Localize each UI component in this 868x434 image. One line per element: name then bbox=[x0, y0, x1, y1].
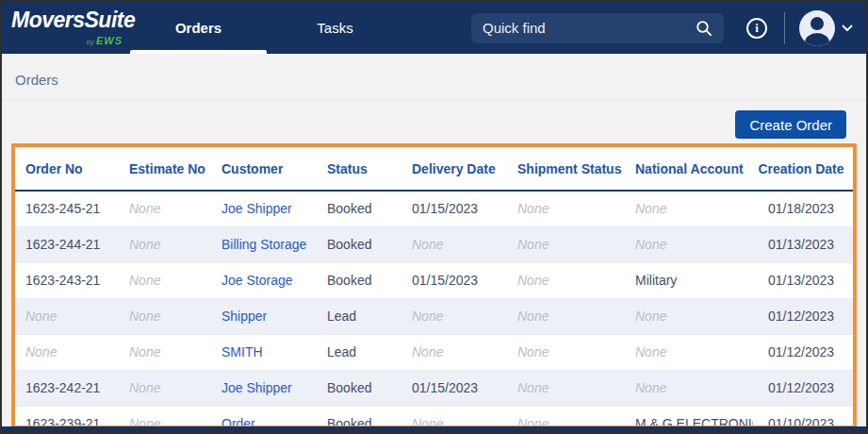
cell-empty: None bbox=[625, 370, 753, 406]
cell-empty: None bbox=[401, 226, 507, 262]
cell-empty: None bbox=[15, 298, 119, 334]
user-avatar-icon[interactable] bbox=[799, 10, 835, 46]
cell-empty: None bbox=[507, 262, 625, 298]
customer-link[interactable]: Shipper bbox=[211, 298, 317, 334]
orders-table-body: 1623-245-21NoneJoe ShipperBooked01/15/20… bbox=[15, 191, 853, 429]
cell-order-no: 1623-244-21 bbox=[15, 226, 119, 262]
cell-empty: None bbox=[625, 298, 753, 334]
app-window: MoversSuite byEWS Orders Tasks i bbox=[0, 0, 868, 434]
cell-creation-date: 01/13/2023 bbox=[753, 226, 853, 262]
cell-empty: None bbox=[119, 334, 211, 370]
cell-empty: None bbox=[507, 370, 625, 406]
cell-order-no: 1623-242-21 bbox=[15, 370, 119, 406]
bottom-scroll-strip[interactable] bbox=[2, 426, 866, 432]
nav-tabs: Orders Tasks bbox=[130, 2, 403, 54]
column-header-customer[interactable]: Customer bbox=[211, 147, 317, 191]
info-icon[interactable]: i bbox=[746, 18, 767, 39]
cell-empty: None bbox=[625, 191, 753, 226]
cell-creation-date: 01/12/2023 bbox=[753, 334, 853, 370]
tab-tasks[interactable]: Tasks bbox=[267, 2, 403, 54]
app-logo[interactable]: MoversSuite byEWS bbox=[11, 8, 124, 47]
cell-empty: None bbox=[507, 334, 625, 370]
column-header-national-account[interactable]: National Account bbox=[625, 147, 753, 191]
customer-link[interactable]: Joe Storage bbox=[211, 262, 317, 298]
cell-empty: None bbox=[119, 262, 211, 298]
search-icon[interactable] bbox=[696, 20, 712, 37]
customer-link[interactable]: Joe Shipper bbox=[211, 370, 317, 406]
logo-ews-text: EWS bbox=[96, 35, 123, 46]
column-header-shipment-status[interactable]: Shipment Status bbox=[507, 147, 625, 191]
table-row: 1623-243-21NoneJoe StorageBooked01/15/20… bbox=[15, 262, 853, 298]
logo-byline: byEWS bbox=[11, 32, 124, 47]
orders-table: Order NoEstimate NoCustomerStatusDeliver… bbox=[15, 147, 853, 429]
cell-delivery-date: 01/15/2023 bbox=[401, 370, 507, 406]
create-order-button[interactable]: Create Order bbox=[735, 110, 846, 139]
column-header-creation-date[interactable]: Creation Date bbox=[753, 147, 853, 191]
top-nav: MoversSuite byEWS Orders Tasks i bbox=[2, 2, 866, 54]
page-actions: Create Order bbox=[2, 101, 866, 139]
cell-order-no: 1623-245-21 bbox=[15, 191, 119, 226]
cell-status: Booked bbox=[317, 226, 401, 262]
tab-orders-label: Orders bbox=[175, 20, 221, 36]
tab-tasks-label: Tasks bbox=[317, 20, 352, 36]
cell-creation-date: 01/18/2023 bbox=[753, 191, 853, 226]
cell-empty: None bbox=[401, 298, 507, 334]
table-row: 1623-242-21NoneJoe ShipperBooked01/15/20… bbox=[15, 370, 853, 406]
quick-find-input[interactable] bbox=[483, 20, 696, 36]
cell-status: Lead bbox=[317, 298, 401, 334]
cell-empty: None bbox=[15, 334, 119, 370]
column-header-order-no[interactable]: Order No bbox=[15, 147, 119, 191]
cell-national-account: Military bbox=[625, 262, 753, 298]
cell-creation-date: 01/12/2023 bbox=[753, 298, 853, 334]
customer-link[interactable]: Billing Storage bbox=[211, 226, 317, 262]
cell-empty: None bbox=[625, 226, 753, 262]
chevron-down-icon[interactable] bbox=[842, 25, 853, 32]
column-header-delivery-date[interactable]: Delivery Date bbox=[401, 147, 507, 191]
nav-divider bbox=[784, 12, 785, 44]
cell-empty: None bbox=[507, 191, 625, 226]
column-header-status[interactable]: Status bbox=[317, 147, 401, 191]
orders-table-header: Order NoEstimate NoCustomerStatusDeliver… bbox=[15, 147, 853, 191]
page-title-bar: Orders bbox=[2, 54, 866, 101]
customer-link[interactable]: SMITH bbox=[211, 334, 317, 370]
customer-link[interactable]: Joe Shipper bbox=[211, 191, 317, 226]
table-row: NoneNoneShipperLeadNoneNoneNone01/12/202… bbox=[15, 298, 853, 334]
cell-delivery-date: 01/15/2023 bbox=[401, 262, 507, 298]
page-title: Orders bbox=[2, 54, 866, 100]
cell-empty: None bbox=[119, 191, 211, 226]
cell-status: Lead bbox=[317, 334, 401, 370]
table-row: 1623-244-21NoneBilling StorageBookedNone… bbox=[15, 226, 853, 262]
cell-empty: None bbox=[119, 298, 211, 334]
table-row: NoneNoneSMITHLeadNoneNoneNone01/12/2023 bbox=[15, 334, 853, 370]
cell-empty: None bbox=[507, 298, 625, 334]
cell-order-no: 1623-243-21 bbox=[15, 262, 119, 298]
logo-brand-text: MoversSuite bbox=[11, 8, 124, 31]
quick-find-box bbox=[471, 13, 724, 43]
tab-orders[interactable]: Orders bbox=[130, 2, 267, 54]
logo-by-text: by bbox=[86, 38, 93, 46]
cell-creation-date: 01/12/2023 bbox=[753, 370, 853, 406]
cell-empty: None bbox=[507, 226, 625, 262]
cell-status: Booked bbox=[317, 262, 401, 298]
orders-table-highlight-frame: Order NoEstimate NoCustomerStatusDeliver… bbox=[11, 143, 857, 429]
cell-empty: None bbox=[625, 334, 753, 370]
cell-status: Booked bbox=[317, 370, 401, 406]
cell-empty: None bbox=[119, 226, 211, 262]
column-header-estimate-no[interactable]: Estimate No bbox=[119, 147, 211, 191]
table-row: 1623-245-21NoneJoe ShipperBooked01/15/20… bbox=[15, 191, 853, 226]
cell-empty: None bbox=[119, 370, 211, 406]
cell-creation-date: 01/13/2023 bbox=[753, 262, 853, 298]
cell-delivery-date: 01/15/2023 bbox=[401, 191, 507, 226]
cell-empty: None bbox=[401, 334, 507, 370]
cell-status: Booked bbox=[317, 191, 401, 226]
